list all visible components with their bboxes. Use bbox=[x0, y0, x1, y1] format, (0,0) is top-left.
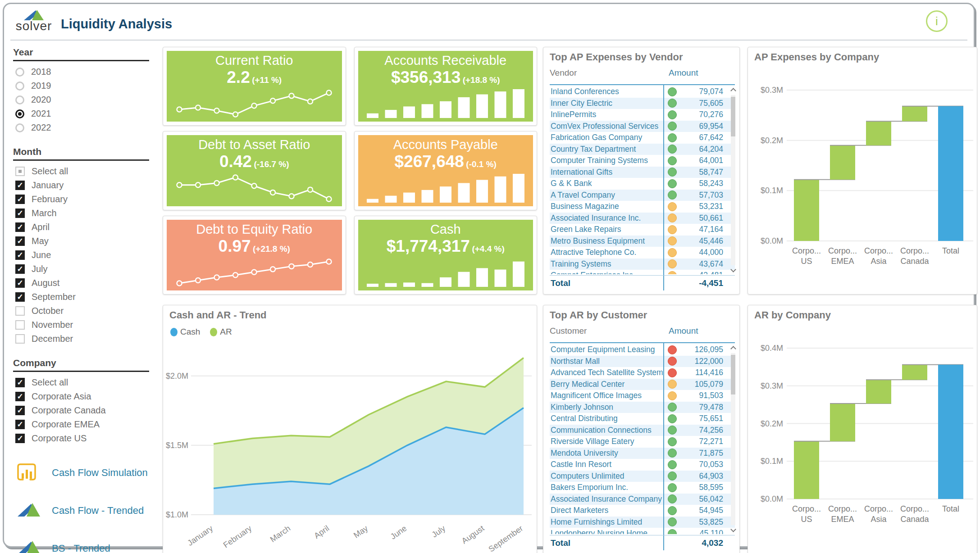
table-row-bakers-emporium-inc[interactable]: Bakers Emporium Inc.58,595 bbox=[550, 482, 735, 494]
info-icon[interactable]: i bbox=[926, 10, 948, 32]
kpi-grid: Current Ratio2.2 (+11 %)Accounts Receiva… bbox=[163, 47, 537, 295]
cash-ar-trend-chart[interactable]: $1.0M$1.5M$2.0MJanuaryFebruaryMarchApril… bbox=[163, 341, 538, 553]
column-header-name[interactable]: Vendor bbox=[550, 65, 663, 84]
table-row-inland-conferences[interactable]: Inland Conferences79,074 bbox=[550, 86, 735, 98]
month-march-checkbox[interactable]: ✓March bbox=[13, 206, 149, 220]
company-select-all-checkbox[interactable]: ✓Select all bbox=[13, 376, 149, 390]
table-row-associated-insurance-company[interactable]: Associated Insurance Company56,042 bbox=[550, 494, 735, 505]
ap-expenses-waterfall-chart[interactable]: $0.0M$0.1M$0.2M$0.3MCorpo...USCorpo...EM… bbox=[748, 65, 977, 294]
scrollbar-thumb[interactable] bbox=[731, 97, 735, 136]
scrollbar[interactable] bbox=[729, 86, 737, 274]
table-row-northstar-mall[interactable]: Northstar Mall122,000 bbox=[550, 356, 735, 367]
company-corporate-canada-checkbox[interactable]: ✓Corporate Canada bbox=[13, 403, 149, 417]
table-row-attractive-telephone-co[interactable]: Attractive Telephone Co.44,000 bbox=[550, 247, 735, 258]
scroll-up-icon[interactable] bbox=[730, 88, 736, 94]
svg-text:March: March bbox=[269, 524, 292, 544]
company-corporate-asia-checkbox[interactable]: ✓Corporate Asia bbox=[13, 390, 149, 403]
cash-ar-trend-panel: Cash and AR - Trend Cash AR $1.0M$1.5M$2… bbox=[163, 305, 537, 553]
row-amount-cell: 45,110 bbox=[663, 529, 735, 534]
table-row-direct-marketers[interactable]: Direct Marketers54,945 bbox=[550, 505, 735, 517]
scroll-down-icon[interactable] bbox=[730, 267, 736, 272]
link-bs-trended[interactable]: BS - Trended bbox=[17, 537, 149, 553]
month-october-checkbox[interactable]: October bbox=[13, 304, 149, 318]
row-amount: 70,276 bbox=[677, 110, 735, 119]
row-amount-cell: 53,825 bbox=[663, 517, 735, 527]
table-row-home-furnishings-limited[interactable]: Home Furnishings Limited53,825 bbox=[550, 517, 735, 528]
svg-text:EMEA: EMEA bbox=[831, 257, 854, 266]
month-may-checkbox[interactable]: ✓May bbox=[13, 234, 149, 248]
table-row-a-travel-company[interactable]: A Travel Company57,703 bbox=[550, 190, 735, 201]
svg-text:Corpo...: Corpo... bbox=[792, 504, 821, 513]
company-corporate-emea-checkbox[interactable]: ✓Corporate EMEA bbox=[13, 417, 149, 431]
table-row-computer-training-systems[interactable]: Computer Training Systems64,001 bbox=[550, 155, 735, 167]
month-option-label: October bbox=[32, 306, 64, 316]
table-row-international-gifts[interactable]: International Gifts58,747 bbox=[550, 167, 735, 178]
kpi-title: Debt to Equity Ratio bbox=[167, 222, 342, 237]
table-row-communication-connections[interactable]: Communication Connections74,256 bbox=[550, 425, 735, 436]
table-row-computers-unlimited[interactable]: Computers Unlimited64,903 bbox=[550, 471, 735, 482]
kpi-card-cash[interactable]: Cash$1,774,317 (+4.4 %) bbox=[354, 216, 538, 295]
month-december-checkbox[interactable]: December bbox=[13, 332, 149, 346]
table-row-g-k-bank[interactable]: G & K Bank58,243 bbox=[550, 178, 735, 190]
table-row-berry-medical-center[interactable]: Berry Medical Center105,079 bbox=[550, 379, 735, 390]
table-row-inner-city-electric[interactable]: Inner City Electric75,605 bbox=[550, 98, 735, 109]
table-row-kimberly-johnson[interactable]: Kimberly Johnson79,478 bbox=[550, 402, 735, 413]
column-header-amount[interactable]: Amount bbox=[663, 323, 698, 342]
kpi-card-debt-to-equity-ratio[interactable]: Debt to Equity Ratio0.97 (+21.8 %) bbox=[163, 216, 346, 295]
month-january-checkbox[interactable]: ✓January bbox=[13, 178, 149, 192]
scroll-up-icon[interactable] bbox=[730, 346, 736, 352]
table-row-riverside-village-eatery[interactable]: Riverside Village Eatery72,271 bbox=[550, 436, 735, 448]
table-row-green-lake-repairs[interactable]: Green Lake Repairs47,164 bbox=[550, 224, 735, 236]
ar-waterfall-chart[interactable]: $0.0M$0.1M$0.2M$0.3M$0.4MCorpo...USCorpo… bbox=[748, 323, 977, 553]
year-option-2018[interactable]: 2018 bbox=[13, 65, 149, 79]
month-september-checkbox[interactable]: ✓September bbox=[13, 290, 149, 304]
column-header-amount[interactable]: Amount bbox=[663, 65, 698, 84]
company-corporate-us-checkbox[interactable]: ✓Corporate US bbox=[13, 431, 149, 445]
scrollbar-thumb[interactable] bbox=[731, 355, 735, 394]
row-amount-cell: 79,478 bbox=[663, 403, 735, 412]
kpi-card-accounts-receivable[interactable]: Accounts Receivable$356,313 (+18.8 %) bbox=[354, 47, 538, 126]
year-option-label: 2020 bbox=[31, 95, 51, 105]
month-august-checkbox[interactable]: ✓August bbox=[13, 276, 149, 290]
table-row-computer-equipment-leasing[interactable]: Computer Equipment Leasing126,095 bbox=[550, 344, 735, 356]
table-row-advanced-tech-satellite-system[interactable]: Advanced Tech Satellite System114,416 bbox=[550, 367, 735, 379]
column-header-name[interactable]: Customer bbox=[550, 323, 663, 342]
month-option-label: May bbox=[32, 236, 49, 246]
link-cash-flow-trended[interactable]: Cash Flow - Trended bbox=[17, 499, 149, 522]
month-june-checkbox[interactable]: ✓June bbox=[13, 248, 149, 262]
month-select-all-checkbox[interactable]: Select all bbox=[13, 164, 149, 178]
kpi-card-accounts-payable[interactable]: Accounts Payable$267,648 (-0.1 %) bbox=[354, 131, 538, 210]
table-row-comvex-professional-services[interactable]: ComVex Professional Services69,954 bbox=[550, 121, 735, 132]
year-option-2019[interactable]: 2019 bbox=[13, 79, 149, 93]
year-option-2020[interactable]: 2020 bbox=[13, 93, 149, 107]
month-april-checkbox[interactable]: ✓April bbox=[13, 220, 149, 234]
table-row-country-tax-department[interactable]: Country Tax Department64,204 bbox=[550, 144, 735, 155]
company-filter: Company ✓Select all✓Corporate Asia✓Corpo… bbox=[13, 358, 149, 445]
legend-item-ar[interactable]: AR bbox=[210, 327, 232, 337]
table-row-mendota-university[interactable]: Mendota University71,875 bbox=[550, 448, 735, 459]
link-cash-flow-simulation[interactable]: Cash Flow Simulation bbox=[17, 462, 149, 484]
year-option-2022[interactable]: 2022 bbox=[13, 121, 149, 135]
table-row-associated-insurance-inc[interactable]: Associated Insurance Inc.50,661 bbox=[550, 213, 735, 224]
scrollbar[interactable] bbox=[729, 344, 737, 534]
legend-item-cash[interactable]: Cash bbox=[170, 327, 200, 337]
row-name: Direct Marketers bbox=[550, 506, 663, 515]
table-row-training-systems[interactable]: Training Systems43,674 bbox=[550, 258, 735, 270]
table-row-business-magazine[interactable]: Business Magazine53,231 bbox=[550, 201, 735, 213]
kpi-card-debt-to-asset-ratio[interactable]: Debt to Asset Ratio0.42 (-16.7 %) bbox=[163, 131, 346, 210]
table-row-castle-inn-resort[interactable]: Castle Inn Resort70,053 bbox=[550, 459, 735, 471]
table-row-central-distributing[interactable]: Central Distributing75,651 bbox=[550, 413, 735, 425]
year-option-2021[interactable]: 2021 bbox=[13, 107, 149, 121]
table-row-londonberry-nursing-home[interactable]: Londonberry Nursing Home45,110 bbox=[550, 528, 735, 534]
table-row-metro-business-equipment[interactable]: Metro Business Equipment45,446 bbox=[550, 236, 735, 247]
table-row-comnet-enterprises-inc[interactable]: Comnet Enterprises Inc.43,481 bbox=[550, 270, 735, 274]
table-row-magnificent-office-images[interactable]: Magnificent Office Images91,503 bbox=[550, 390, 735, 402]
month-november-checkbox[interactable]: November bbox=[13, 318, 149, 332]
table-row-fabrication-gas-company[interactable]: Fabrication Gas Company67,642 bbox=[550, 132, 735, 144]
table-row-inlinepermits[interactable]: InlinePermits70,276 bbox=[550, 109, 735, 121]
month-july-checkbox[interactable]: ✓July bbox=[13, 262, 149, 276]
row-name: International Gifts bbox=[550, 168, 663, 177]
scroll-down-icon[interactable] bbox=[730, 526, 736, 532]
kpi-card-current-ratio[interactable]: Current Ratio2.2 (+11 %) bbox=[163, 47, 346, 126]
month-february-checkbox[interactable]: ✓February bbox=[13, 192, 149, 206]
